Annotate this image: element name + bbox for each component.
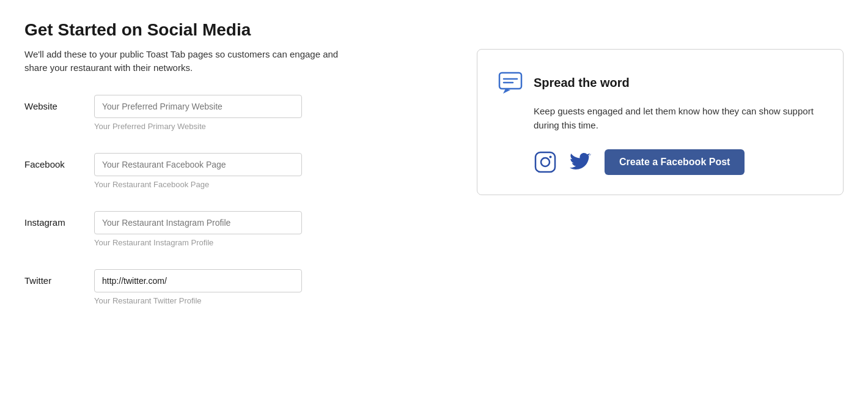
website-hint: Your Preferred Primary Website: [94, 122, 302, 131]
facebook-label: Facebook: [24, 153, 79, 169]
chat-icon: [497, 69, 524, 96]
instagram-icon[interactable]: [534, 151, 557, 174]
website-input[interactable]: [94, 95, 302, 118]
website-label: Website: [24, 95, 79, 111]
page-title: Get Started on Social Media: [24, 20, 428, 40]
instagram-input-wrapper: Your Restaurant Instagram Profile: [94, 211, 302, 247]
website-input-wrapper: Your Preferred Primary Website: [94, 95, 302, 131]
svg-rect-0: [499, 73, 521, 89]
twitter-input-wrapper: Your Restaurant Twitter Profile: [94, 269, 302, 305]
spread-card-description: Keep guests engaged and let them know ho…: [534, 105, 823, 132]
website-field-group: Website Your Preferred Primary Website: [24, 95, 428, 131]
instagram-hint: Your Restaurant Instagram Profile: [94, 238, 302, 247]
twitter-hint: Your Restaurant Twitter Profile: [94, 296, 302, 305]
svg-point-5: [550, 156, 552, 158]
spread-actions: Create a Facebook Post: [534, 149, 823, 175]
spread-card-title: Spread the word: [534, 76, 630, 90]
instagram-field-group: Instagram Your Restaurant Instagram Prof…: [24, 211, 428, 247]
left-panel: Get Started on Social Media We'll add th…: [24, 20, 428, 327]
svg-point-4: [541, 158, 550, 166]
page-subtitle: We'll add these to your public Toast Tab…: [24, 48, 342, 75]
twitter-input[interactable]: [94, 269, 302, 292]
instagram-label: Instagram: [24, 211, 79, 228]
spread-card: Spread the word Keep guests engaged and …: [477, 49, 844, 195]
instagram-input[interactable]: [94, 211, 302, 234]
twitter-field-group: Twitter Your Restaurant Twitter Profile: [24, 269, 428, 305]
facebook-hint: Your Restaurant Facebook Page: [94, 180, 302, 189]
create-facebook-post-button[interactable]: Create a Facebook Post: [605, 149, 745, 175]
facebook-field-group: Facebook Your Restaurant Facebook Page: [24, 153, 428, 189]
facebook-input[interactable]: [94, 153, 302, 176]
twitter-label: Twitter: [24, 269, 79, 286]
spread-card-header: Spread the word: [497, 69, 823, 96]
twitter-icon[interactable]: [569, 151, 592, 174]
right-panel: Spread the word Keep guests engaged and …: [477, 20, 844, 195]
svg-rect-3: [535, 152, 555, 172]
facebook-input-wrapper: Your Restaurant Facebook Page: [94, 153, 302, 189]
